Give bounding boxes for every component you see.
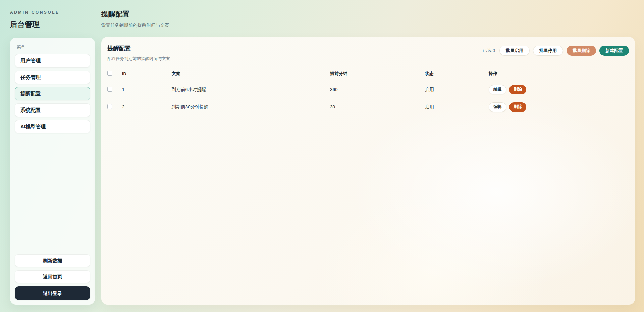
row-actions: 编辑删除: [489, 85, 629, 94]
sidebar: ADMIN CONSOLE 后台管理 菜单 用户管理任务管理提醒配置系统配置AI…: [0, 0, 95, 312]
header-cell-id: ID: [122, 71, 172, 76]
delete-button[interactable]: 删除: [509, 102, 526, 112]
cell-status: 启用: [425, 104, 489, 110]
bulk-action-新建配置[interactable]: 新建配置: [599, 46, 629, 56]
cell-checkbox: [107, 104, 122, 110]
sidebar-button-退出登录[interactable]: 退出登录: [15, 286, 90, 300]
sidebar-item-系统配置[interactable]: 系统配置: [15, 103, 90, 117]
sidebar-item-用户管理[interactable]: 用户管理: [15, 54, 90, 68]
sidebar-card: 菜单 用户管理任务管理提醒配置系统配置AI模型管理 刷新数据返回首页退出登录: [10, 38, 95, 305]
table-header-row: ID 文案 提前分钟 状态 操作: [107, 66, 629, 81]
sidebar-menu: 用户管理任务管理提醒配置系统配置AI模型管理: [15, 54, 90, 136]
sidebar-button-返回首页[interactable]: 返回首页: [15, 270, 90, 283]
row-checkbox[interactable]: [107, 87, 112, 92]
app-root: ADMIN CONSOLE 后台管理 菜单 用户管理任务管理提醒配置系统配置AI…: [0, 0, 644, 312]
menu-section-label: 菜单: [15, 43, 90, 54]
sidebar-item-AI模型管理[interactable]: AI模型管理: [15, 120, 90, 133]
edit-button[interactable]: 编辑: [489, 85, 506, 94]
table-body: 1到期前6小时提醒360启用编辑删除2到期前30分钟提醒30启用编辑删除: [107, 81, 629, 116]
header-cell-checkbox: [107, 71, 122, 77]
sidebar-item-任务管理[interactable]: 任务管理: [15, 71, 90, 84]
header-cell-minutes: 提前分钟: [330, 71, 425, 77]
brand-title: 后台管理: [10, 19, 95, 30]
table-row: 1到期前6小时提醒360启用编辑删除: [107, 81, 629, 98]
cell-minutes: 360: [330, 87, 425, 92]
bulk-action-批量删除[interactable]: 批量删除: [567, 46, 596, 56]
header-cell-text: 文案: [172, 71, 330, 77]
panel-title: 提醒配置: [107, 44, 170, 52]
header-cell-status: 状态: [425, 71, 489, 77]
header-cell-actions: 操作: [489, 71, 629, 77]
sidebar-footer: 刷新数据返回首页退出登录: [15, 251, 90, 300]
cell-id: 1: [122, 87, 172, 92]
sidebar-item-提醒配置[interactable]: 提醒配置: [15, 87, 90, 100]
page-subtitle: 设置任务到期前的提醒时间与文案: [101, 22, 635, 28]
panel-actions: 已选 0 批量启用批量停用批量删除新建配置: [483, 46, 629, 56]
row-actions: 编辑删除: [489, 102, 629, 112]
panel-subtitle: 配置任务到期前的提醒时间与文案: [107, 56, 170, 62]
panel-header-left: 提醒配置 配置任务到期前的提醒时间与文案: [107, 44, 170, 62]
cell-status: 启用: [425, 87, 489, 93]
cell-text: 到期前6小时提醒: [172, 87, 330, 93]
bulk-action-批量停用[interactable]: 批量停用: [533, 46, 563, 56]
cell-id: 2: [122, 104, 172, 109]
brand-label: ADMIN CONSOLE: [10, 10, 95, 15]
delete-button[interactable]: 删除: [509, 85, 526, 94]
sidebar-button-刷新数据[interactable]: 刷新数据: [15, 254, 90, 267]
reminder-config-panel: 提醒配置 配置任务到期前的提醒时间与文案 已选 0 批量启用批量停用批量删除新建…: [101, 37, 635, 305]
bulk-action-批量启用[interactable]: 批量启用: [499, 46, 530, 56]
select-all-checkbox[interactable]: [107, 71, 112, 76]
cell-text: 到期前30分钟提醒: [172, 104, 330, 110]
selected-count: 已选 0: [483, 48, 495, 54]
page-title: 提醒配置: [101, 9, 635, 19]
panel-header: 提醒配置 配置任务到期前的提醒时间与文案 已选 0 批量启用批量停用批量删除新建…: [107, 44, 629, 62]
edit-button[interactable]: 编辑: [489, 102, 506, 112]
table-row: 2到期前30分钟提醒30启用编辑删除: [107, 98, 629, 116]
row-checkbox[interactable]: [107, 104, 112, 109]
reminder-table: ID 文案 提前分钟 状态 操作 1到期前6小时提醒360启用编辑删除2到期前3…: [107, 66, 629, 116]
cell-checkbox: [107, 87, 122, 93]
main-content: 提醒配置 设置任务到期前的提醒时间与文案 提醒配置 配置任务到期前的提醒时间与文…: [95, 0, 644, 312]
cell-minutes: 30: [330, 104, 425, 109]
